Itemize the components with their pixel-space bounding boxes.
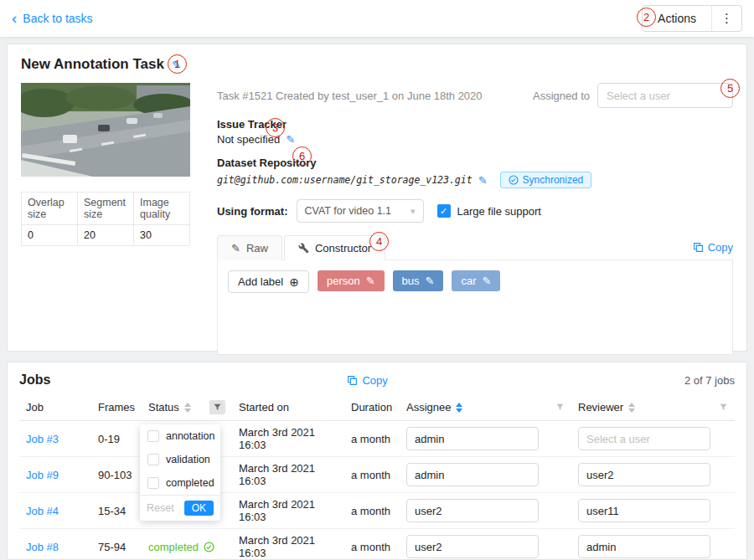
- annotation-circle-5: 5: [720, 79, 740, 98]
- large-file-label: Large file support: [457, 205, 541, 218]
- assignee-input[interactable]: [406, 463, 539, 486]
- status-filter-icon[interactable]: [209, 400, 225, 414]
- column-frames: Frames: [91, 394, 142, 421]
- task-card: New Annotation Task ✎: [7, 44, 747, 352]
- annotation-circle-4: 4: [369, 232, 389, 251]
- annotation-circle-6: 6: [292, 146, 312, 166]
- repository-url[interactable]: git@github.com:username/git_storage_v123…: [217, 174, 473, 186]
- large-file-checkbox[interactable]: ✓: [437, 204, 451, 218]
- job-started: March 3rd 2021 16:03: [232, 493, 344, 529]
- filter-option-completed[interactable]: completed: [140, 471, 220, 495]
- labels-copy-link[interactable]: Copy: [693, 241, 733, 259]
- param-header-segment: Segment size: [78, 193, 134, 225]
- column-reviewer: Reviewer: [571, 394, 735, 421]
- reviewer-input[interactable]: [578, 535, 710, 558]
- label-bus-name: bus: [402, 275, 420, 287]
- format-select[interactable]: CVAT for video 1.1 ▾: [297, 199, 424, 223]
- assignee-input[interactable]: [406, 427, 539, 450]
- label-person-edit-icon[interactable]: ✎: [366, 275, 375, 287]
- add-label-button[interactable]: Add label ⊕: [228, 270, 309, 293]
- assigned-to-input[interactable]: [597, 83, 733, 108]
- filter-option-label: validation: [166, 454, 210, 465]
- reviewer-input[interactable]: [578, 463, 710, 486]
- job-row-2: Job #9 90-103 March 3rd 2021 16:03 a mon…: [19, 457, 735, 493]
- param-value-segment: 20: [78, 225, 134, 246]
- job-link[interactable]: Job #4: [26, 505, 59, 517]
- annotation-circle-3: 3: [266, 118, 285, 137]
- filter-reset-button[interactable]: Reset: [147, 502, 174, 514]
- tab-raw[interactable]: ✎ Raw: [217, 235, 282, 260]
- annotation-circle-2: 2: [637, 8, 656, 27]
- label-tag-person[interactable]: person ✎: [318, 270, 385, 291]
- task-title: New Annotation Task: [21, 56, 164, 73]
- more-vertical-icon[interactable]: ⋮: [711, 6, 741, 31]
- task-title-row: New Annotation Task ✎: [21, 56, 733, 73]
- jobs-count-label: 2 of 7 jobs: [684, 374, 735, 387]
- assignee-input[interactable]: [406, 499, 539, 522]
- filter-option-validation[interactable]: validation: [140, 448, 220, 471]
- annotation-checkbox[interactable]: [147, 430, 159, 442]
- reviewer-filter-icon[interactable]: [719, 403, 728, 412]
- validation-checkbox[interactable]: [147, 454, 159, 465]
- annotation-circle-1: 1: [168, 54, 187, 74]
- add-label-label: Add label: [238, 275, 283, 288]
- reviewer-sort-icon[interactable]: [628, 403, 635, 413]
- param-header-overlap: Overlap size: [22, 193, 78, 225]
- filter-option-annotation[interactable]: annotation: [140, 424, 220, 448]
- tab-raw-label: Raw: [246, 242, 268, 254]
- reviewer-input[interactable]: [578, 427, 710, 450]
- label-car-edit-icon[interactable]: ✎: [483, 275, 492, 287]
- task-preview-image: [21, 83, 190, 177]
- task-params-table: Overlap size Segment size Image quality …: [21, 192, 190, 246]
- column-assignee-label: Assignee: [406, 401, 451, 414]
- sync-status-label: Synchronized: [523, 174, 584, 186]
- check-circle-icon: [204, 542, 214, 552]
- completed-checkbox[interactable]: [147, 477, 159, 489]
- job-started: March 3rd 2021 16:03: [232, 421, 344, 457]
- issue-tracker-label: Issue Tracker: [217, 118, 733, 131]
- status-sort-icon[interactable]: [184, 403, 191, 413]
- label-bus-edit-icon[interactable]: ✎: [426, 275, 435, 287]
- issue-tracker-edit-icon[interactable]: ✎: [286, 133, 295, 146]
- jobs-copy-label: Copy: [362, 374, 387, 387]
- issue-tracker-block: Issue Tracker Not specified ✎: [217, 118, 733, 146]
- label-car-name: car: [461, 275, 476, 287]
- repository-edit-icon[interactable]: ✎: [478, 174, 488, 187]
- job-link[interactable]: Job #3: [26, 433, 59, 445]
- chevron-down-icon: ▾: [411, 206, 416, 217]
- filter-ok-button[interactable]: OK: [184, 501, 214, 516]
- job-frames: 0-19: [91, 421, 142, 457]
- labels-copy-label: Copy: [708, 241, 733, 254]
- jobs-card: Jobs Copy 2 of 7 jobs Job Frames S: [7, 362, 747, 560]
- page: ‹ Back to tasks Actions ⋮ New Annotation…: [0, 0, 754, 560]
- copy-icon: [693, 242, 704, 253]
- actions-button[interactable]: Actions ⋮: [642, 5, 742, 32]
- column-duration: Duration: [344, 394, 400, 421]
- filter-option-label: completed: [166, 477, 214, 489]
- plus-circle-icon: ⊕: [289, 276, 299, 288]
- back-to-tasks-label: Back to tasks: [23, 12, 92, 25]
- column-status: Status: [142, 394, 232, 421]
- large-file-checkbox-wrap[interactable]: ✓ Large file support: [437, 204, 541, 218]
- job-link[interactable]: Job #8: [26, 541, 59, 553]
- back-to-tasks-link[interactable]: ‹ Back to tasks: [12, 12, 93, 26]
- assigned-to-label: Assigned to: [533, 90, 590, 102]
- reviewer-input[interactable]: [578, 499, 710, 522]
- job-frames: 75-94: [91, 529, 142, 560]
- status-filter-dropdown: annotation validation completed Reset OK: [140, 424, 220, 521]
- param-value-quality: 30: [134, 225, 190, 246]
- jobs-copy-link[interactable]: Copy: [347, 374, 387, 387]
- assignee-input[interactable]: [406, 535, 539, 558]
- assignee-filter-icon[interactable]: [555, 403, 565, 412]
- check-circle-icon: [509, 175, 519, 185]
- job-link[interactable]: Job #9: [26, 469, 59, 481]
- assignee-sort-icon[interactable]: [456, 403, 462, 413]
- chevron-left-icon: ‹: [12, 10, 17, 26]
- job-frames: 90-103: [91, 457, 142, 493]
- jobs-table-header-row: Job Frames Status Started on Duration: [19, 394, 735, 421]
- job-frames: 15-34: [91, 493, 142, 529]
- label-tag-bus[interactable]: bus ✎: [393, 270, 444, 291]
- raw-edit-icon: ✎: [231, 242, 240, 254]
- label-tag-car[interactable]: car ✎: [452, 270, 500, 291]
- labels-tabs-row: ✎ Raw Constructor Copy: [217, 234, 733, 259]
